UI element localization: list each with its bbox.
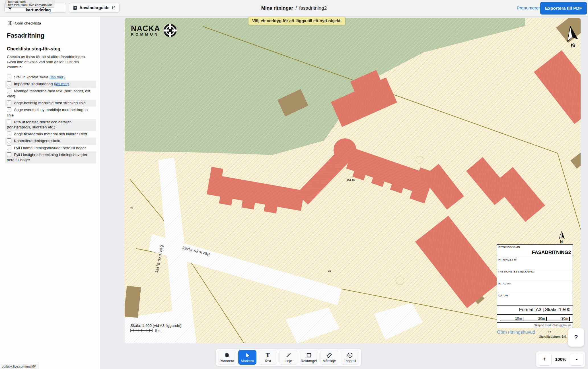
checklist-item-label: Ange befintlig marklinje med streckad li… [14,101,86,105]
tool-lagg-till[interactable]: Lägg till [341,350,359,365]
hide-checklist-button[interactable]: Göm checklista [7,20,41,26]
checklist-item: Kontrollera ritningens skala [5,138,96,144]
cursor-icon [244,352,250,359]
scale-ruler-label: 8 m [155,329,160,332]
checklist-item-label: Rita ut fönster, dörrar och detaljer (fö… [7,120,71,129]
tool-label: Text [265,359,271,363]
scalebar-segment: 10m [500,317,523,321]
hand-icon [224,352,230,359]
print-date: Utskriftsdatum: 8/9 [539,335,566,338]
zoom-controls: + 100% - [536,351,585,367]
plus-circle-icon [347,352,353,359]
titleblock-row-ritningstyp[interactable]: RITNINGSTYP [497,257,573,269]
titleblock-row-fastighetsbeteckning[interactable]: FASTIGHETSBETECKNING [497,269,573,281]
browser-status-bar: outlook.live.com/mail/0/ [0,364,38,369]
tool-hint-tooltip: Välj ett verktyg för att lägga till ett … [248,17,345,25]
titleblock-label: RITNINGSTYP [498,258,517,261]
breadcrumb-current: fasadritning2 [299,5,327,11]
titleblock-scalebar: 10m 20m 30m [497,315,573,323]
checkbox[interactable] [7,75,11,79]
guide-button-label: Användarguide [79,5,110,10]
link-preview-line2: https://outlook.live.com/mail/0/ [8,3,52,7]
checkbox[interactable] [7,89,11,93]
tool-markera[interactable]: Markera [238,350,256,365]
hide-checklist-label: Göm checklista [15,21,41,25]
rectangle-icon [306,352,312,359]
checklist-item: Rita ut fönster, dörrar och detaljer (fö… [5,119,96,131]
logo-line2: KOMMUN [131,32,160,36]
checkbox[interactable] [7,132,11,136]
tool-label: Måttlinje [323,359,336,363]
titleblock-row-ritningsnamn[interactable]: RITNINGSNAMN FASADRITNING2 [497,245,573,257]
checklist-item: Importera kartunderlag(läs mer) [5,81,96,87]
browser-link-preview: hotmail.com https://outlook.live.com/mai… [6,0,54,7]
read-more-link[interactable]: (läs mer) [54,82,69,86]
tool-text[interactable]: T Text [259,350,277,365]
checklist-item: Fyll i namn i ritningshuvudet nere till … [5,145,96,151]
titleblock-label: RITAD AV [498,282,511,285]
scalebar-segment: 20m [523,317,546,321]
nacka-emblem-icon [163,23,177,38]
titleblock-row-datum[interactable]: DATUM [497,293,573,306]
checklist-description: Checka av listan för att slutföra fasadr… [7,54,93,70]
breadcrumb-separator: / [295,5,297,11]
format-scale-row: Format: A3 | Skala: 1:500 [497,306,573,315]
breadcrumb-parent-link[interactable]: Mina ritningar [261,5,293,11]
tool-label: Lägg till [344,359,356,363]
drawing-toolbar: Panorera Markera T Text Linje Rektangel [216,348,361,366]
checkbox[interactable] [7,120,11,124]
nacka-kommun-logo: NACKA KOMMUN [131,23,177,38]
checklist-item: Ange fasadernas material och kulörer i t… [5,131,96,138]
checklist: Ställ in korrekt skala(läs mer) Importer… [5,74,96,163]
titleblock-credit: Skapad med Ritabygglov.se [497,323,573,328]
user-guide-button[interactable]: Användarguide [69,3,120,13]
checklist-item: Ange befintlig marklinje med streckad li… [5,100,96,106]
tool-rektangel[interactable]: Rektangel [300,350,318,365]
tool-panorera[interactable]: Panorera [218,350,236,365]
checklist-item-label: Importera kartunderlag [14,82,53,86]
subscribe-link[interactable]: Prenumerera [517,5,542,11]
tool-label: Linje [285,359,292,363]
tool-linje[interactable]: Linje [279,350,297,365]
parcel-label: 134:19 [347,179,355,182]
checklist-item-label: Ange fasadernas material och kulörer i t… [14,132,87,136]
checklist-item-label: Fyll i namn i ritningshuvudet nere till … [14,146,86,150]
checklist-item-label: Kontrollera ritningens skala [14,139,60,143]
titleblock-label: DATUM [498,294,508,297]
titleblock-label: RITNINGSNAMN [498,245,520,249]
checkbox[interactable] [7,145,11,150]
scalebar-segment: 30m [547,317,570,321]
ruler-icon [326,352,332,359]
zoom-in-button[interactable]: + [538,353,552,366]
export-pdf-button[interactable]: Exportera till PDF [540,2,587,15]
checklist-item: Ställ in korrekt skala(läs mer) [5,74,96,81]
tool-mattlinje[interactable]: Måttlinje [320,350,338,365]
checklist-item: Ange eventuell ny marklinje med heldrage… [5,106,96,118]
checklist-item: Fyll i fastighetsbeteckning i ritningshu… [5,151,96,163]
zoom-out-button[interactable]: - [570,353,583,366]
tool-label: Markera [241,359,254,363]
checklist-item: Namnge fasaderna med text (norr, söder, … [5,88,96,100]
checkbox[interactable] [7,101,11,105]
checkbox[interactable] [7,81,11,86]
read-more-link[interactable]: (läs mer) [50,75,65,79]
titleblock-row-ritad-av[interactable]: RITAD AV [497,281,573,293]
parcel-label: 57 [130,206,133,209]
checkbox[interactable] [7,107,11,112]
hide-titleblock-link[interactable]: Göm ritningshuvud [497,330,535,335]
collapse-panel-icon [7,20,13,26]
zoom-level: 100% [555,357,566,362]
checkbox[interactable] [7,152,11,157]
checklist-subtitle: Checklista steg-för-steg [7,46,100,52]
checklist-item-label: Namnge fasaderna med text (norr, söder, … [7,89,91,98]
text-tool-icon: T [266,352,270,359]
drawing-name-value: FASADRITNING2 [532,250,571,255]
help-button[interactable]: ? [568,328,584,347]
checkbox[interactable] [7,138,11,143]
page-title: Fasadritning [7,32,100,39]
scale-indicator: Skala: 1:400 (vid A3 liggande) 8 m [130,323,181,332]
checklist-sidebar: Göm checklista Fasadritning Checklista s… [0,17,100,369]
external-link-icon [112,6,116,10]
titleblock-label: FASTIGHETSBETECKNING [498,270,534,273]
map-canvas[interactable]: Järla skolväg Järla skolväg 134:19 57 21… [125,18,581,343]
